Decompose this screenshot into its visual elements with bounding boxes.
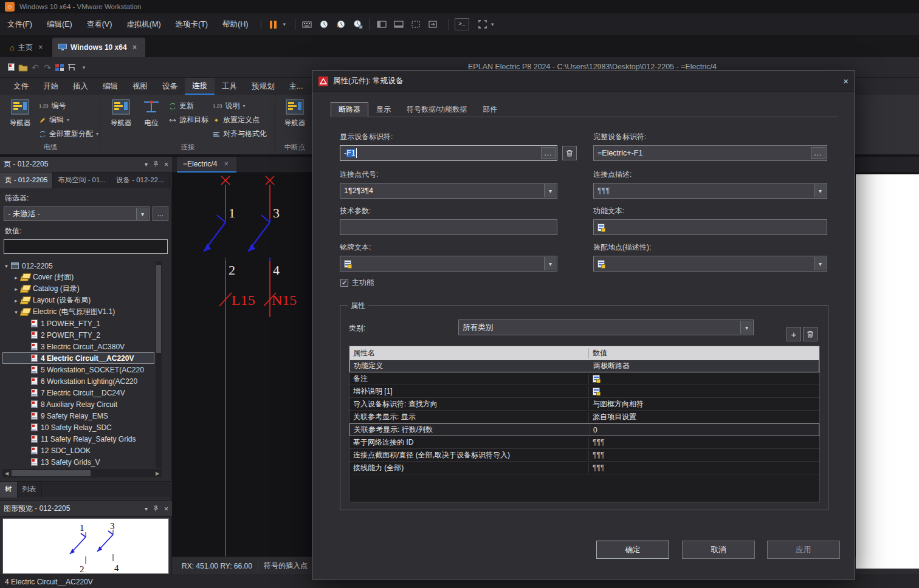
nameplate-combobox[interactable]: ▾ [340,256,557,272]
tree-item[interactable]: ▸Catalog (目录) [2,283,154,295]
value-input[interactable] [4,239,168,254]
close-icon[interactable]: × [843,76,848,86]
home-tab[interactable]: ⌂ 主页 × [4,39,51,56]
expander-icon[interactable]: ▸ [12,298,20,304]
ribbon-tab-file[interactable]: 文件 [6,78,36,95]
mounting-combobox[interactable]: ▾ [593,256,827,272]
tree-item[interactable]: 10 Safety Relay_SDC [2,422,154,433]
scrollbar-thumb[interactable] [12,470,91,476]
property-row[interactable]: 功能定义 两极断路器 [349,360,819,372]
browse-icon[interactable]: ... [811,147,825,159]
ribbon-tab-view[interactable]: 视图 [125,78,155,95]
potential-button[interactable]: 电位 [137,97,165,128]
property-row[interactable]: 导入设备标识符: 查找方向 与图框方向相符 [349,398,819,411]
panel-dropdown-icon[interactable]: ▾ [145,161,148,168]
reassign-all-button[interactable]: 全部重新分配 ▾ [39,129,98,139]
device-navigator-icon[interactable] [53,61,66,74]
filter-combobox[interactable]: - 未激活 - ▾ [4,207,150,221]
tree-item[interactable]: 9 Safety Relay_EMS [2,410,154,422]
open-project-icon[interactable] [17,61,29,74]
dropdown-icon[interactable]: ▾ [544,184,556,197]
ribbon-tab-masterdata[interactable]: 主... [282,78,311,95]
source-target-button[interactable]: 源和目标 [169,115,208,125]
undo-icon[interactable]: ↶ [29,61,41,74]
ribbon-tab-tools[interactable]: 工具 [215,78,244,95]
tree-item-selected[interactable]: 4 Electric Circuit__AC220V [2,352,154,364]
scroll-left-icon[interactable]: ◀ [2,469,11,477]
tree-item[interactable]: 2 POWER_FTY_2 [2,329,154,341]
menu-help[interactable]: 帮助(H) [215,13,255,35]
sidebar-toggle-icon[interactable] [376,18,388,30]
tree-item[interactable]: ▸Cover (封面) [2,272,154,283]
property-row[interactable]: 关联参考显示: 行数/列数 0 [349,423,819,436]
dropdown-icon[interactable]: ▾ [544,257,556,270]
ribbon-tab-preplanning[interactable]: 预规划 [244,78,282,95]
close-icon[interactable]: × [36,43,45,52]
pin-icon[interactable] [153,161,159,168]
tree-item[interactable]: 1 POWER_FTY_1 [2,318,154,329]
main-function-checkbox[interactable]: ✓ [340,279,348,287]
column-header-name[interactable]: 属性名 [349,348,589,358]
menu-vm[interactable]: 虚拟机(M) [119,13,168,35]
dropdown-icon[interactable]: ▾ [136,208,148,220]
close-icon[interactable]: × [164,160,168,169]
property-row[interactable]: 关联参考显示: 显示 源自项目设置 [349,411,819,423]
fit-window-icon[interactable] [427,18,439,30]
menu-tabs[interactable]: 选项卡(T) [168,13,215,35]
column-header-value[interactable]: 数值 [589,348,611,358]
close-icon[interactable]: × [131,43,139,52]
tree-item[interactable]: 3 Electric Circuit_AC380V [2,341,154,352]
browse-icon[interactable]: ... [541,147,556,159]
expander-icon[interactable]: ▸ [12,286,20,292]
update-button[interactable]: 更新 [169,101,194,111]
ribbon-tab-edit[interactable]: 编辑 [95,78,125,95]
console-toggle-icon[interactable] [393,18,405,30]
description-button[interactable]: 1.23 说明 ▾ [213,101,246,111]
property-row[interactable]: 增补说明 [1] [349,385,819,398]
close-icon[interactable]: × [164,505,168,513]
tab-list-view[interactable]: 列表 [18,482,42,497]
expander-icon[interactable]: ▸ [12,275,20,281]
full-dt-input[interactable]: =Electric+-F1 ... [593,145,827,161]
insert-symbol-icon[interactable] [66,61,78,74]
ribbon-tab-insert[interactable]: 插入 [66,78,95,95]
tab-tree-view[interactable]: 树 [0,482,18,497]
cancel-button[interactable]: 取消 [682,541,755,559]
delete-dt-button[interactable] [562,146,577,160]
tab-display[interactable]: 显示 [368,101,399,117]
new-page-icon[interactable] [5,61,17,74]
menu-view[interactable]: 查看(V) [80,13,120,35]
tree-item[interactable]: 12 SDC_LOOK [2,445,154,456]
delete-property-button[interactable] [803,327,817,341]
panel-dropdown-icon[interactable]: ▾ [145,505,148,512]
numbering-button[interactable]: 1.23 编号 [39,101,66,111]
ctrl-alt-del-icon[interactable] [301,18,313,30]
preview-canvas[interactable]: 1 3 2 4 [2,518,169,574]
property-row[interactable]: 备注 [349,372,819,385]
pin-icon[interactable] [153,505,159,512]
align-format-button[interactable]: 对齐与格式化 [213,129,267,139]
technical-input[interactable] [340,219,557,235]
dropdown-icon[interactable]: ▾ [814,184,826,197]
scrollbar-thumb[interactable] [156,265,161,353]
tree-item[interactable]: 11 Safety Relay_Safety Grids [2,433,154,445]
ribbon-tab-connection[interactable]: 连接 [185,78,215,95]
redo-icon[interactable]: ↷ [41,61,53,74]
connection-desc-combobox[interactable]: ¶¶¶ ▾ [593,183,827,199]
editor-tab[interactable]: =Electric/4 × [177,157,236,173]
tree-item[interactable]: 8 Auxiliary Relay Circuit [2,398,154,410]
place-definition-point-button[interactable]: 放置定义点 [213,115,260,125]
apply-button[interactable]: 应用 [767,541,840,559]
quick-access-dropdown-icon[interactable]: ▾ [78,61,90,74]
expander-icon[interactable]: ▾ [12,309,20,315]
tab-symbol-data[interactable]: 符号数据/功能数据 [399,101,475,117]
dropdown-icon[interactable]: ▾ [740,321,752,334]
tree-item[interactable]: 13 Safety Grids_V [2,456,154,468]
connection-navigator-button[interactable]: 导航器 [105,97,137,128]
property-row[interactable]: 接线能力 (全部) ¶¶¶ [349,462,819,474]
visible-dt-input[interactable]: -F1 ... [340,145,557,161]
tab-pages[interactable]: 页 - 012-2205 [0,173,53,188]
fit-guest-icon[interactable] [410,18,422,30]
ok-button[interactable]: 确定 [596,541,669,559]
property-row[interactable]: 连接点截面积/直径 (全部,取决于设备标识符导入) ¶¶¶ [349,449,819,462]
